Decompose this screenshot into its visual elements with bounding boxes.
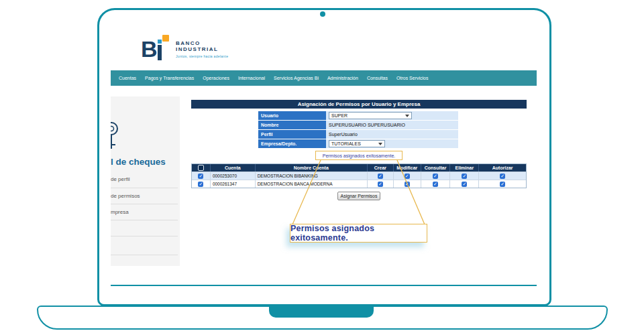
laptop-base-notch: [269, 306, 374, 318]
perm-consultar-checkbox-checked-icon[interactable]: [433, 174, 438, 179]
nombre-value: SUPERUSUARIO SUPERUSUARIO: [326, 121, 458, 129]
nav-item-cuentas[interactable]: Cuentas: [119, 76, 136, 80]
form-row-empresa: Empresa/Depto. TUTORIALES: [258, 139, 458, 148]
empresa-select-value: TUTORIALES: [331, 141, 361, 146]
form-row-perfil: Perfil SuperUsuario: [258, 130, 458, 139]
header-eliminar: Eliminar: [450, 164, 479, 172]
cell-cuenta: 0000261347: [211, 180, 256, 188]
table-row: 0000253070 DEMOSTRACION BIBANKING: [192, 172, 526, 180]
perm-autorizar-checkbox-checked-icon[interactable]: [500, 182, 505, 187]
nav-item-otros-servicios[interactable]: Otros Servicios: [396, 76, 428, 80]
logo-letter-i-stem: [158, 45, 162, 60]
perm-modificar-checkbox-checked-icon[interactable]: [405, 182, 410, 187]
page-title: Asignación de Permisos por Usuario y Emp…: [191, 100, 527, 109]
chevron-down-icon: [405, 115, 409, 117]
sidebar-heading-control-de-cheques: l de cheques: [111, 157, 166, 167]
header-autorizar: Autorizar: [479, 164, 526, 172]
bank-name-line1: BANCO: [176, 40, 228, 46]
key-icon: [111, 121, 121, 154]
success-callout: Permisos asignados exitosamente.: [290, 224, 427, 243]
header-modificar: Modificar: [394, 164, 421, 172]
logo-orange-square: [162, 35, 169, 42]
webcam-dot: [320, 11, 325, 17]
nav-item-operaciones[interactable]: Operaciones: [203, 76, 229, 80]
bank-logo-mark: B: [141, 35, 170, 63]
sidebar-divider: [111, 236, 178, 237]
row-checkbox-checked-icon[interactable]: [198, 174, 203, 179]
usuario-select-value: SUPER: [331, 113, 347, 118]
usuario-label: Usuario: [258, 111, 326, 120]
header-consultar: Consultar: [421, 164, 451, 172]
usuario-select[interactable]: SUPER: [329, 112, 412, 119]
bank-tagline: Juntos, siempre hacia adelante: [176, 54, 228, 58]
logo-letter-b: B: [141, 38, 158, 60]
logo-teal-square: [158, 40, 162, 44]
perm-crear-checkbox-checked-icon[interactable]: [378, 174, 383, 179]
form-row-nombre: Nombre SUPERUSUARIO SUPERUSUARIO: [258, 121, 458, 129]
sidebar-divider: [111, 188, 178, 188]
empresa-select[interactable]: TUTORIALES: [329, 140, 385, 147]
chevron-down-icon: [378, 143, 382, 145]
cell-nombre-cuenta: DEMOSTRACION BANCA MODERNA: [256, 180, 368, 188]
perfil-label: Perfil: [258, 130, 326, 139]
table-row: 0000261347 DEMOSTRACION BANCA MODERNA: [192, 180, 526, 188]
bank-logo: B BANCO INDUSTRIAL Juntos, siempre hacia…: [141, 35, 228, 63]
success-message: Permisos asignados exitosamente.: [315, 151, 402, 160]
permissions-form: Usuario SUPER Nombre SUPERUSUARIO SUPERU…: [258, 111, 458, 149]
sidebar-divider: [111, 220, 178, 220]
bank-name-line2: INDUSTRIAL: [176, 46, 228, 52]
asignar-permisos-button[interactable]: Asignar Permisos: [337, 192, 380, 200]
perm-consultar-checkbox-checked-icon[interactable]: [433, 182, 438, 187]
sidebar-divider: [111, 255, 178, 255]
sidebar-divider: [111, 204, 178, 204]
cell-nombre-cuenta: DEMOSTRACION BIBANKING: [256, 172, 368, 180]
perm-modificar-checkbox-checked-icon[interactable]: [405, 174, 410, 179]
header-nombre-cuenta: Nombre Cuenta: [256, 164, 368, 172]
site-header: B BANCO INDUSTRIAL Juntos, siempre hacia…: [111, 27, 537, 70]
header-crear: Crear: [368, 164, 394, 172]
perm-eliminar-checkbox-checked-icon[interactable]: [462, 182, 467, 187]
row-checkbox-checked-icon[interactable]: [198, 182, 203, 187]
sidebar-item-de-perfil[interactable]: de perfil: [111, 176, 129, 182]
sidebar-item-de-permisos[interactable]: de permisos: [111, 193, 140, 199]
header-cuenta: Cuenta: [211, 164, 256, 172]
nav-item-administracion[interactable]: Administración: [327, 76, 358, 80]
sidebar: l de cheques de perfil de permisos mpres…: [111, 96, 180, 266]
table-header-row: Cuenta Nombre Cuenta Crear Modificar Con…: [192, 164, 526, 172]
permissions-table: Cuenta Nombre Cuenta Crear Modificar Con…: [191, 163, 527, 188]
cell-cuenta: 0000253070: [211, 172, 256, 180]
perm-crear-checkbox-checked-icon[interactable]: [378, 182, 383, 187]
nav-item-pagos-transferencias[interactable]: Pagos y Transferencias: [145, 76, 194, 80]
select-all-checkbox[interactable]: [198, 165, 204, 171]
perm-eliminar-checkbox-checked-icon[interactable]: [462, 174, 467, 179]
nav-item-servicios-agencias[interactable]: Servicios Agencias Bi: [274, 76, 319, 80]
main-nav: Cuentas Pagos y Transferencias Operacion…: [111, 70, 537, 86]
nav-item-consultas[interactable]: Consultas: [367, 76, 388, 80]
browser-page: B BANCO INDUSTRIAL Juntos, siempre hacia…: [111, 27, 537, 286]
nav-item-internacional[interactable]: Internacional: [238, 76, 265, 80]
perfil-value: SuperUsuario: [326, 130, 458, 139]
sidebar-item-empresa[interactable]: mpresa: [111, 209, 129, 215]
nombre-label: Nombre: [258, 121, 326, 129]
form-row-usuario: Usuario SUPER: [258, 111, 458, 120]
perm-autorizar-checkbox-checked-icon[interactable]: [500, 174, 505, 179]
bank-logo-text: BANCO INDUSTRIAL Juntos, siempre hacia a…: [176, 35, 228, 58]
empresa-label: Empresa/Depto.: [258, 139, 326, 148]
